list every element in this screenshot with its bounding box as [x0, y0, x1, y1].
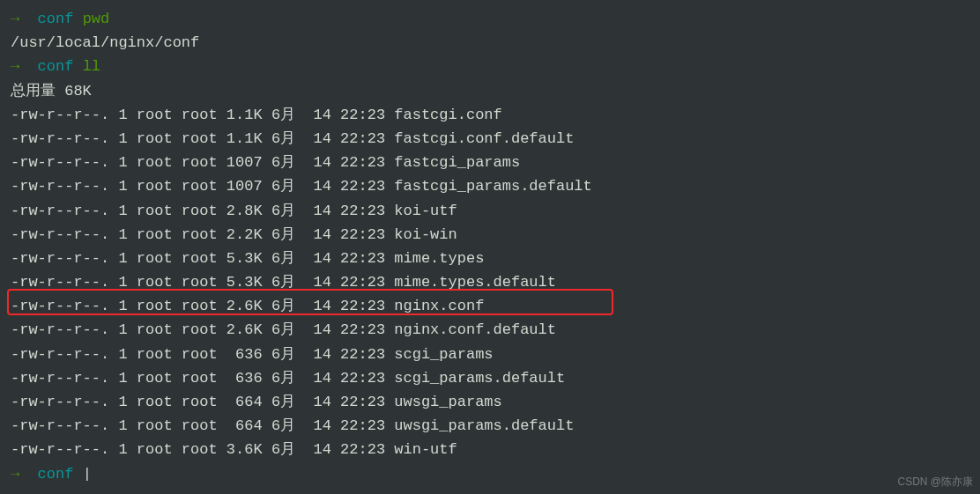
- file-owner: root: [137, 130, 173, 147]
- ll-summary-text: 总用量 68K: [11, 83, 92, 100]
- file-time: 22:23: [340, 250, 385, 267]
- file-size: 1007: [226, 154, 263, 171]
- file-group: root: [182, 178, 218, 195]
- file-group: root: [182, 346, 218, 363]
- file-links: 1: [118, 226, 127, 243]
- file-group: root: [182, 130, 218, 147]
- file-size: 5.3K: [226, 274, 263, 291]
- file-size: 1007: [226, 178, 263, 195]
- file-time: 22:23: [340, 441, 385, 458]
- file-day: 14: [313, 130, 330, 147]
- file-name: fastcgi.conf.default: [394, 130, 574, 147]
- file-time: 22:23: [340, 298, 385, 314]
- file-size: 1.1K: [226, 130, 263, 147]
- file-time: 22:23: [340, 394, 385, 410]
- file-group: root: [182, 370, 218, 387]
- file-group: root: [182, 154, 218, 171]
- file-month: 6月: [271, 417, 295, 434]
- file-links: 1: [118, 370, 127, 387]
- file-name: koi-win: [394, 226, 457, 243]
- file-name: fastcgi_params.default: [394, 178, 591, 195]
- prompt-directory: conf: [38, 466, 74, 483]
- file-month: 6月: [271, 203, 295, 219]
- file-permissions: -rw-r--r--.: [11, 203, 109, 219]
- file-owner: root: [137, 154, 173, 171]
- file-permissions: -rw-r--r--.: [11, 130, 109, 147]
- file-entry-row: -rw-r--r--. 1 root root 1007 6月 14 22:23…: [11, 151, 969, 174]
- file-time: 22:23: [340, 130, 385, 147]
- file-name: nginx.conf.default: [394, 321, 556, 338]
- file-owner: root: [137, 346, 173, 363]
- file-links: 1: [118, 321, 127, 338]
- prompt-directory: conf: [38, 11, 74, 27]
- file-permissions: -rw-r--r--.: [11, 370, 109, 387]
- file-links: 1: [118, 250, 127, 267]
- file-size: 2.2K: [226, 226, 263, 243]
- file-month: 6月: [271, 130, 295, 147]
- file-permissions: -rw-r--r--.: [11, 441, 109, 458]
- file-size: 664: [226, 394, 263, 410]
- file-permissions: -rw-r--r--.: [11, 154, 109, 171]
- file-links: 1: [118, 298, 127, 314]
- file-name: uwsgi_params: [394, 394, 501, 410]
- file-month: 6月: [271, 154, 295, 171]
- file-owner: root: [137, 250, 173, 267]
- file-permissions: -rw-r--r--.: [11, 321, 109, 338]
- file-month: 6月: [271, 298, 295, 314]
- file-permissions: -rw-r--r--.: [11, 417, 109, 434]
- file-permissions: -rw-r--r--.: [11, 250, 109, 267]
- file-day: 14: [313, 203, 330, 219]
- file-permissions: -rw-r--r--.: [11, 346, 109, 363]
- file-time: 22:23: [340, 154, 385, 171]
- file-month: 6月: [271, 226, 295, 243]
- file-day: 14: [313, 274, 330, 291]
- file-links: 1: [118, 394, 127, 410]
- file-group: root: [182, 441, 218, 458]
- file-name: mime.types.default: [394, 274, 556, 291]
- file-links: 1: [118, 346, 127, 363]
- file-links: 1: [118, 178, 127, 195]
- file-day: 14: [313, 346, 330, 363]
- file-month: 6月: [271, 394, 295, 410]
- file-month: 6月: [271, 107, 295, 123]
- file-group: root: [182, 394, 218, 410]
- file-owner: root: [137, 107, 173, 123]
- file-entry-row: -rw-r--r--. 1 root root 1007 6月 14 22:23…: [11, 174, 969, 198]
- file-day: 14: [313, 370, 330, 387]
- file-permissions: -rw-r--r--.: [11, 298, 109, 314]
- file-group: root: [182, 226, 218, 243]
- file-size: 2.6K: [226, 298, 263, 314]
- file-entry-row: -rw-r--r--. 1 root root 664 6月 14 22:23 …: [11, 390, 969, 414]
- file-size: 1.1K: [226, 107, 263, 123]
- file-name: win-utf: [394, 441, 457, 458]
- file-group: root: [182, 203, 218, 219]
- command-ll: ll: [83, 58, 100, 75]
- file-links: 1: [118, 417, 127, 434]
- file-name: fastcgi.conf: [394, 107, 501, 123]
- file-permissions: -rw-r--r--.: [11, 107, 109, 123]
- file-owner: root: [137, 203, 173, 219]
- file-owner: root: [137, 298, 173, 314]
- file-owner: root: [137, 226, 173, 243]
- prompt-arrow-icon: →: [11, 11, 19, 27]
- file-group: root: [182, 274, 218, 291]
- file-name: uwsgi_params.default: [394, 417, 574, 434]
- file-entry-row: -rw-r--r--. 1 root root 2.8K 6月 14 22:23…: [11, 199, 969, 223]
- file-entry-row: -rw-r--r--. 1 root root 636 6月 14 22:23 …: [11, 343, 969, 366]
- file-time: 22:23: [340, 178, 385, 195]
- file-month: 6月: [271, 441, 295, 458]
- file-day: 14: [313, 394, 330, 410]
- file-links: 1: [118, 274, 127, 291]
- watermark-text: CSDN @陈亦康: [897, 474, 973, 490]
- file-permissions: -rw-r--r--.: [11, 226, 109, 243]
- file-size: 5.3K: [226, 250, 263, 267]
- file-day: 14: [313, 154, 330, 171]
- file-owner: root: [137, 394, 173, 410]
- file-time: 22:23: [340, 274, 385, 291]
- terminal-output[interactable]: → conf pwd/usr/local/nginx/conf→ conf ll…: [11, 7, 969, 486]
- file-day: 14: [313, 321, 330, 338]
- file-entry-row: -rw-r--r--. 1 root root 664 6月 14 22:23 …: [11, 414, 969, 438]
- file-day: 14: [313, 417, 330, 434]
- file-owner: root: [137, 178, 173, 195]
- file-entry-row: -rw-r--r--. 1 root root 1.1K 6月 14 22:23…: [11, 127, 969, 151]
